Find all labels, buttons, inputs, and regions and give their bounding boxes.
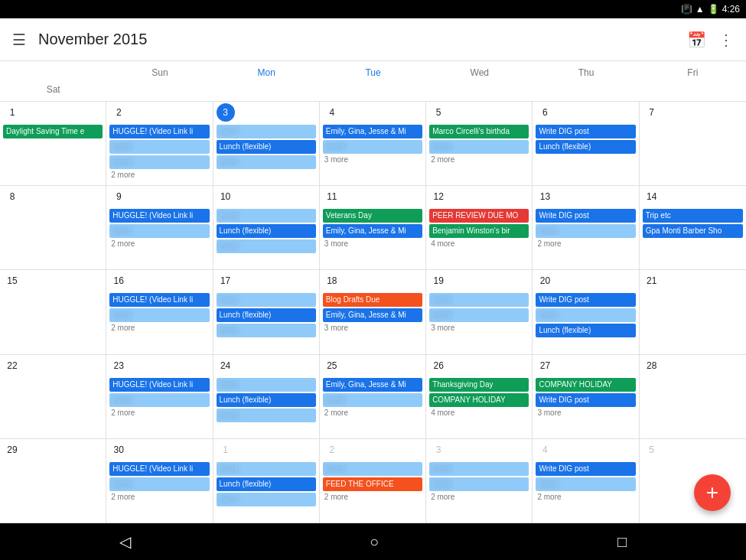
calendar-icon[interactable]: 📅 bbox=[687, 31, 706, 49]
day-4-1[interactable]: 30HUGGLE! (Video Link lievent2 more bbox=[106, 439, 213, 523]
day-0-3[interactable]: 4Emily, Gina, Jesse & Mievent3 more bbox=[320, 102, 426, 185]
day-3-3[interactable]: 25Emily, Gina, Jesse & Mievent2 more bbox=[320, 355, 426, 438]
more-link-4-1[interactable]: 2 more bbox=[109, 493, 209, 501]
day-4-4[interactable]: 3eventevent2 more bbox=[426, 439, 533, 523]
day-0-4[interactable]: 5Marco Circelli's birthdaevent2 more bbox=[426, 102, 533, 185]
day-2-2[interactable]: 17eventLunch (flexible)event bbox=[213, 270, 320, 353]
event-4-5-1[interactable]: event bbox=[536, 477, 635, 491]
event-3-3-1[interactable]: event bbox=[323, 393, 422, 407]
event-2-5-2[interactable]: Lunch (flexible) bbox=[536, 324, 635, 337]
event-3-1-1[interactable]: event bbox=[109, 393, 209, 407]
fab-button[interactable]: + bbox=[694, 474, 731, 511]
event-1-5-1[interactable]: event bbox=[536, 224, 635, 238]
day-2-4[interactable]: 19eventevent3 more bbox=[426, 270, 533, 353]
event-0-1-1[interactable]: event bbox=[109, 140, 209, 154]
event-1-2-1[interactable]: Lunch (flexible) bbox=[217, 224, 316, 238]
event-3-5-0[interactable]: COMPANY HOLIDAY bbox=[536, 378, 635, 392]
day-3-0[interactable]: 22 bbox=[0, 355, 106, 438]
event-4-4-0[interactable]: event bbox=[429, 462, 529, 476]
event-0-3-0[interactable]: Emily, Gina, Jesse & Mi bbox=[323, 125, 422, 138]
day-1-3[interactable]: 11Veterans DayEmily, Gina, Jesse & Mi3 m… bbox=[320, 186, 426, 269]
back-button[interactable]: ◁ bbox=[119, 532, 131, 551]
day-3-6[interactable]: 28 bbox=[640, 355, 746, 438]
day-4-3[interactable]: 2eventFEED THE OFFICE2 more bbox=[320, 439, 426, 523]
day-1-5[interactable]: 13Write DIG postevent2 more bbox=[533, 186, 639, 269]
more-link-2-3[interactable]: 3 more bbox=[323, 324, 422, 332]
event-1-6-1[interactable]: Gpa Monti Barber Sho bbox=[643, 224, 743, 238]
day-1-2[interactable]: 10eventLunch (flexible)event bbox=[213, 186, 320, 269]
more-link-3-5[interactable]: 3 more bbox=[536, 409, 635, 417]
day-3-2[interactable]: 24eventLunch (flexible)event bbox=[213, 355, 320, 438]
more-link-1-3[interactable]: 3 more bbox=[323, 239, 422, 248]
event-3-2-0[interactable]: event bbox=[217, 378, 316, 392]
event-2-2-2[interactable]: event bbox=[217, 324, 316, 337]
event-1-3-1[interactable]: Emily, Gina, Jesse & Mi bbox=[323, 224, 422, 238]
event-4-2-2[interactable]: event bbox=[217, 493, 316, 506]
event-1-2-0[interactable]: event bbox=[217, 209, 316, 223]
day-1-1[interactable]: 9HUGGLE! (Video Link lievent2 more bbox=[106, 186, 213, 269]
event-2-1-1[interactable]: event bbox=[109, 308, 209, 322]
more-link-1-1[interactable]: 2 more bbox=[109, 239, 209, 248]
more-link-1-4[interactable]: 4 more bbox=[429, 239, 529, 248]
event-4-1-0[interactable]: HUGGLE! (Video Link li bbox=[109, 462, 209, 476]
day-2-0[interactable]: 15 bbox=[0, 270, 106, 353]
event-3-4-0[interactable]: Thanksgiving Day bbox=[429, 378, 529, 392]
event-2-2-1[interactable]: Lunch (flexible) bbox=[217, 308, 316, 322]
day-2-3[interactable]: 18Blog Drafts DueEmily, Gina, Jesse & Mi… bbox=[320, 270, 426, 353]
day-2-6[interactable]: 21 bbox=[640, 270, 746, 353]
event-2-1-0[interactable]: HUGGLE! (Video Link li bbox=[109, 293, 209, 307]
event-0-1-0[interactable]: HUGGLE! (Video Link li bbox=[109, 125, 209, 138]
event-3-4-1[interactable]: COMPANY HOLIDAY bbox=[429, 393, 529, 407]
event-4-4-1[interactable]: event bbox=[429, 477, 529, 491]
event-0-1-2[interactable]: event bbox=[109, 155, 209, 169]
event-1-1-0[interactable]: HUGGLE! (Video Link li bbox=[109, 209, 209, 223]
event-4-3-1[interactable]: FEED THE OFFICE bbox=[323, 477, 422, 491]
day-0-1[interactable]: 2HUGGLE! (Video Link lieventevent2 more bbox=[106, 102, 213, 185]
event-1-6-0[interactable]: Trip etc bbox=[643, 209, 743, 223]
more-icon[interactable]: ⋮ bbox=[718, 31, 734, 49]
event-2-5-1[interactable]: event bbox=[536, 308, 635, 322]
day-3-1[interactable]: 23HUGGLE! (Video Link lievent2 more bbox=[106, 355, 213, 438]
event-1-4-1[interactable]: Benjamin Winston's bir bbox=[429, 224, 529, 238]
more-link-2-4[interactable]: 3 more bbox=[429, 324, 529, 332]
day-0-6[interactable]: 7 bbox=[640, 102, 746, 185]
day-2-1[interactable]: 16HUGGLE! (Video Link lievent2 more bbox=[106, 270, 213, 353]
home-button[interactable]: ○ bbox=[370, 533, 379, 551]
day-1-4[interactable]: 12PEER REVIEW DUE MOBenjamin Winston's b… bbox=[426, 186, 533, 269]
event-1-1-1[interactable]: event bbox=[109, 224, 209, 238]
event-3-2-2[interactable]: event bbox=[217, 409, 316, 422]
more-link-1-5[interactable]: 2 more bbox=[536, 239, 635, 248]
recent-button[interactable]: □ bbox=[617, 533, 627, 551]
day-1-0[interactable]: 8 bbox=[0, 186, 106, 269]
event-0-2-2[interactable]: event bbox=[217, 155, 316, 169]
event-3-1-0[interactable]: HUGGLE! (Video Link li bbox=[109, 378, 209, 392]
day-0-2[interactable]: 3eventLunch (flexible)event bbox=[213, 102, 320, 185]
more-link-0-1[interactable]: 2 more bbox=[109, 171, 209, 179]
event-0-3-1[interactable]: event bbox=[323, 140, 422, 154]
event-1-5-0[interactable]: Write DIG post bbox=[536, 209, 635, 223]
event-4-5-0[interactable]: Write DIG post bbox=[536, 462, 635, 476]
event-3-3-0[interactable]: Emily, Gina, Jesse & Mi bbox=[323, 378, 422, 392]
more-link-3-1[interactable]: 2 more bbox=[109, 409, 209, 417]
event-4-2-1[interactable]: Lunch (flexible) bbox=[217, 477, 316, 491]
day-4-6[interactable]: 5 bbox=[640, 439, 746, 523]
event-4-2-0[interactable]: event bbox=[217, 462, 316, 476]
event-2-4-0[interactable]: event bbox=[429, 293, 529, 307]
day-4-0[interactable]: 29 bbox=[0, 439, 106, 523]
day-4-2[interactable]: 1eventLunch (flexible)event bbox=[213, 439, 320, 523]
event-0-4-1[interactable]: event bbox=[429, 140, 529, 154]
more-link-3-4[interactable]: 4 more bbox=[429, 409, 529, 417]
day-4-5[interactable]: 4Write DIG postevent2 more bbox=[533, 439, 639, 523]
event-2-4-1[interactable]: event bbox=[429, 308, 529, 322]
more-link-2-1[interactable]: 2 more bbox=[109, 324, 209, 332]
event-0-2-0[interactable]: event bbox=[217, 125, 316, 138]
menu-icon[interactable]: ☰ bbox=[12, 31, 26, 49]
day-2-5[interactable]: 20Write DIG posteventLunch (flexible) bbox=[533, 270, 639, 353]
day-3-5[interactable]: 27COMPANY HOLIDAYWrite DIG post3 more bbox=[533, 355, 639, 438]
event-4-1-1[interactable]: event bbox=[109, 477, 209, 491]
day-1-6[interactable]: 14Trip etcGpa Monti Barber Sho bbox=[640, 186, 746, 269]
event-0-2-1[interactable]: Lunch (flexible) bbox=[217, 140, 316, 154]
event-1-2-2[interactable]: event bbox=[217, 239, 316, 253]
more-link-0-3[interactable]: 3 more bbox=[323, 155, 422, 164]
more-link-3-3[interactable]: 2 more bbox=[323, 409, 422, 417]
